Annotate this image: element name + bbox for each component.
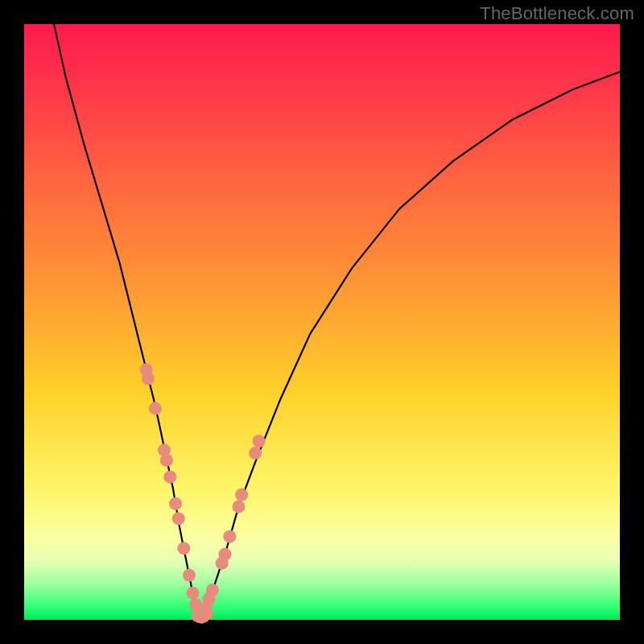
data-dot bbox=[172, 512, 185, 525]
data-dot bbox=[235, 489, 248, 502]
data-dot bbox=[169, 497, 182, 510]
data-dot bbox=[160, 454, 173, 467]
data-dots bbox=[140, 363, 266, 624]
data-dot bbox=[232, 500, 245, 513]
curves-svg bbox=[24, 24, 620, 620]
data-dot bbox=[202, 609, 213, 620]
data-dot bbox=[206, 584, 219, 597]
data-dot bbox=[142, 372, 155, 385]
data-dot bbox=[253, 435, 266, 448]
curve-right-arm bbox=[200, 72, 620, 620]
chart-frame: TheBottleneck.com bbox=[0, 0, 644, 644]
data-dot bbox=[186, 587, 199, 600]
data-dot bbox=[183, 569, 196, 582]
data-dot bbox=[223, 530, 236, 543]
data-dot bbox=[218, 548, 231, 561]
data-dot bbox=[149, 402, 162, 415]
data-dot bbox=[249, 447, 262, 460]
plot-area bbox=[24, 24, 620, 620]
data-dot bbox=[177, 542, 190, 555]
curve-left-arm bbox=[54, 24, 200, 620]
data-dot bbox=[163, 470, 176, 483]
watermark-text: TheBottleneck.com bbox=[480, 3, 634, 24]
